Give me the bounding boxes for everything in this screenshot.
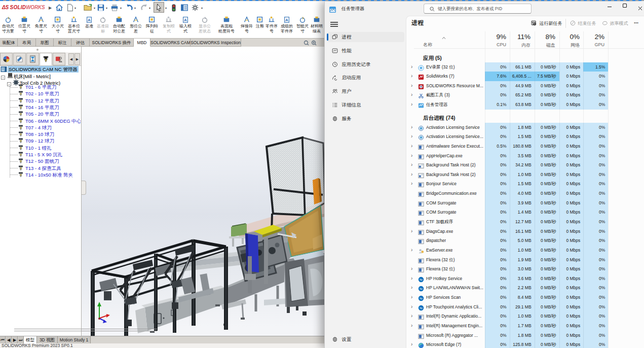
svg-text:A: A <box>88 18 91 22</box>
svg-text:hp: hp <box>420 306 423 309</box>
svg-text:hp: hp <box>420 278 423 281</box>
svg-text:A: A <box>285 18 288 22</box>
svg-text:hp: hp <box>420 288 423 291</box>
svg-text:hp: hp <box>420 297 423 300</box>
svg-text:A: A <box>184 18 187 22</box>
